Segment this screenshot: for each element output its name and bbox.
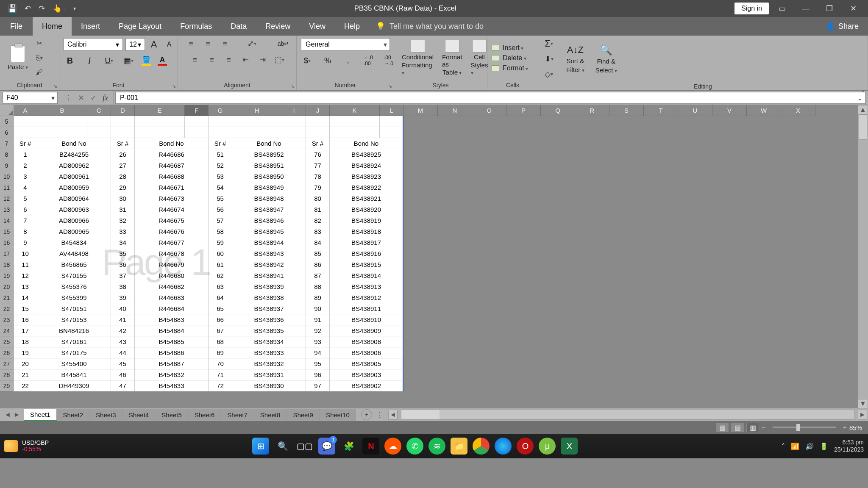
soundcloud-icon[interactable]: ☁ <box>384 438 401 455</box>
cell-J28[interactable]: 96 <box>306 369 330 380</box>
header-cell-E[interactable]: Bond No <box>135 138 209 149</box>
cell-D15[interactable]: 33 <box>111 226 135 237</box>
cell-J29[interactable]: 97 <box>306 380 330 391</box>
explorer-icon[interactable]: 📁 <box>451 438 467 455</box>
cell-G28[interactable]: 71 <box>209 369 232 380</box>
row-header-9[interactable]: 9 <box>0 160 14 171</box>
find-select-button[interactable]: 🔍 Find & Select <box>595 44 617 74</box>
sheet-tab-sheet6[interactable]: Sheet6 <box>188 409 221 421</box>
delete-button[interactable]: Delete <box>492 54 528 62</box>
cell-F5[interactable] <box>185 116 209 127</box>
cell-G13[interactable]: 56 <box>209 204 232 215</box>
cell-B16[interactable]: B454834 <box>37 237 111 248</box>
touch-mode-icon[interactable]: 👆 <box>53 4 66 13</box>
cell-B15[interactable]: AD800965 <box>37 226 111 237</box>
col-header-U[interactable]: U <box>678 105 712 116</box>
next-sheet-icon[interactable]: ► <box>14 411 20 419</box>
cell-J25[interactable]: 93 <box>306 336 330 347</box>
row-header-18[interactable]: 18 <box>0 259 14 270</box>
grow-font-icon[interactable]: A <box>147 39 160 50</box>
ribbon-tab-page-layout[interactable]: Page Layout <box>109 17 171 36</box>
align-bottom-icon[interactable]: ≡ <box>219 38 231 49</box>
cell-K27[interactable]: BS438905 <box>330 358 403 369</box>
cell-E16[interactable]: R446677 <box>135 237 209 248</box>
cell-D6[interactable] <box>111 127 135 138</box>
cell-J6[interactable] <box>306 127 330 138</box>
fill-icon[interactable]: ⬇ <box>542 53 555 64</box>
cell-K9[interactable]: BS438924 <box>330 160 403 171</box>
format-painter-icon[interactable]: 🖌 <box>34 68 45 77</box>
cell-K8[interactable]: BS438925 <box>330 149 403 160</box>
cell-D18[interactable]: 36 <box>111 259 135 270</box>
cell-E23[interactable]: B454883 <box>135 314 209 325</box>
cell-E27[interactable]: B454887 <box>135 358 209 369</box>
cell-A14[interactable]: 7 <box>14 215 37 226</box>
cell-J26[interactable]: 94 <box>306 347 330 358</box>
col-header-W[interactable]: W <box>747 105 781 116</box>
enter-formula-icon[interactable]: ✓ <box>90 93 97 103</box>
sheet-tab-sheet3[interactable]: Sheet3 <box>89 409 122 421</box>
cell-F6[interactable] <box>185 127 209 138</box>
row-header-14[interactable]: 14 <box>0 215 14 226</box>
borders-button[interactable]: ▦ <box>122 55 135 66</box>
row-header-6[interactable]: 6 <box>0 127 14 138</box>
cell-K24[interactable]: BS438909 <box>330 325 403 336</box>
cell-H10[interactable]: BS438950 <box>232 171 306 182</box>
cell-H26[interactable]: BS438933 <box>232 347 306 358</box>
cell-J18[interactable]: 86 <box>306 259 330 270</box>
underline-button[interactable]: U <box>103 55 115 66</box>
cell-K28[interactable]: BS438903 <box>330 369 403 380</box>
cell-K25[interactable]: BS438908 <box>330 336 403 347</box>
ribbon-tab-review[interactable]: Review <box>256 17 300 36</box>
cell-E18[interactable]: R446679 <box>135 259 209 270</box>
share-button[interactable]: 👤 Share <box>816 17 868 36</box>
maximize-icon[interactable]: ❐ <box>819 0 840 17</box>
cell-E24[interactable]: B454884 <box>135 325 209 336</box>
cell-G22[interactable]: 65 <box>209 303 232 314</box>
col-header-P[interactable]: P <box>506 105 541 116</box>
cell-G15[interactable]: 58 <box>209 226 232 237</box>
cell-H9[interactable]: BS438951 <box>232 160 306 171</box>
cell-K10[interactable]: BS438923 <box>330 171 403 182</box>
cell-G18[interactable]: 61 <box>209 259 232 270</box>
cell-E21[interactable]: R446683 <box>135 292 209 303</box>
col-header-T[interactable]: T <box>644 105 678 116</box>
cell-G17[interactable]: 60 <box>209 248 232 259</box>
undo-icon[interactable]: ↶ <box>25 4 31 13</box>
cell-K20[interactable]: BS438913 <box>330 281 403 292</box>
taskbar-widget[interactable]: USD/GBP -0.55% <box>4 440 49 453</box>
cell-H27[interactable]: BS438932 <box>232 358 306 369</box>
select-all-cell[interactable] <box>0 105 14 116</box>
cell-J5[interactable] <box>306 116 330 127</box>
cell-K26[interactable]: BS438906 <box>330 347 403 358</box>
cell-D29[interactable]: 47 <box>111 380 135 391</box>
row-header-24[interactable]: 24 <box>0 325 14 336</box>
number-format-dropdown[interactable]: General <box>301 38 390 51</box>
cell-J9[interactable]: 77 <box>306 160 330 171</box>
cell-A29[interactable]: 22 <box>14 380 37 391</box>
redo-icon[interactable]: ↷ <box>39 4 45 13</box>
cell-H14[interactable]: BS438946 <box>232 215 306 226</box>
cell-D12[interactable]: 30 <box>111 193 135 204</box>
dialog-launcher-icon[interactable]: ↘ <box>291 83 295 89</box>
cell-D5[interactable] <box>111 116 135 127</box>
sheet-tab-sheet9[interactable]: Sheet9 <box>287 409 320 421</box>
cell-D26[interactable]: 44 <box>111 347 135 358</box>
header-cell-G[interactable]: Sr # <box>209 138 232 149</box>
cell-E9[interactable]: R446687 <box>135 160 209 171</box>
cell-K21[interactable]: BS438912 <box>330 292 403 303</box>
cell-K29[interactable]: BS438902 <box>330 380 403 391</box>
cell-L6[interactable] <box>380 127 403 138</box>
col-header-I[interactable]: I <box>282 105 306 116</box>
cell-B29[interactable]: DH449309 <box>37 380 111 391</box>
cell-J21[interactable]: 89 <box>306 292 330 303</box>
cell-A28[interactable]: 21 <box>14 369 37 380</box>
col-header-J[interactable]: J <box>306 105 330 116</box>
hscroll-thumb[interactable] <box>401 410 440 419</box>
cell-J16[interactable]: 84 <box>306 237 330 248</box>
ribbon-tab-view[interactable]: View <box>300 17 335 36</box>
cell-H13[interactable]: BS438947 <box>232 204 306 215</box>
grid-body[interactable]: 567Sr #Bond NoSr #Bond NoSr #Bond NoSr #… <box>0 116 815 391</box>
row-header-15[interactable]: 15 <box>0 226 14 237</box>
cell-K11[interactable]: BS438922 <box>330 182 403 193</box>
